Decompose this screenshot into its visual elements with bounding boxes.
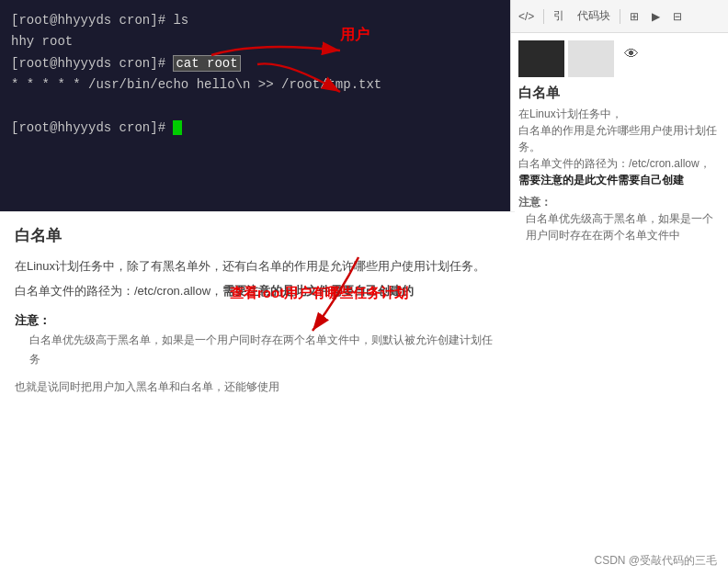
- terminal-output-1: hhy root: [11, 34, 73, 49]
- right-panel-text2: 白名单的作用是允许哪些用户使用计划任务。: [518, 122, 721, 155]
- toolbar-code-icon[interactable]: </>: [515, 8, 538, 25]
- toolbar-sep-2: [620, 9, 620, 24]
- main-note-label: 注意：: [15, 310, 500, 331]
- right-panel-note-item: 白名单优先级高于黑名单，如果是一个用户同时存在在两个名单文件中: [518, 210, 721, 243]
- image-placeholder-2: [568, 40, 614, 77]
- terminal-line-4: * * * * * /usr/bin/echo hello\n >> /root…: [11, 74, 504, 95]
- terminal-cursor: [173, 120, 182, 135]
- terminal-prompt-3: [root@hhyyyds cron]#: [11, 120, 173, 135]
- toolbar-sep-1: [543, 9, 544, 24]
- watermark: CSDN @受敲代码的三毛: [594, 553, 717, 569]
- image-placeholder-1: [518, 40, 564, 77]
- right-section-title: 白名单: [518, 85, 721, 102]
- main-para-2: 白名单文件的路径为：/etc/cron.allow，需要注意的是此文件需要自己创…: [15, 280, 500, 301]
- terminal-blank-line: [11, 96, 504, 117]
- main-note-section: 注意： 白名单优先级高于黑名单，如果是一个用户同时存在两个名单文件中，则默认被允…: [15, 310, 500, 368]
- terminal-prompt-2: [root@hhyyyds cron]#: [11, 56, 173, 71]
- toolbar-quote-icon[interactable]: 引: [550, 6, 568, 26]
- right-panel: </> 引 代码块 ⊞ ▶ ⊟ 👁 白名单 在Linux计划任务中， 白名单的作…: [510, 0, 728, 576]
- right-panel-text: 在Linux计划任务中，: [518, 106, 721, 122]
- terminal-line-3: [root@hhyyyds cron]# cat root: [11, 53, 504, 73]
- terminal-prompt-1: [root@hhyyyds cron]# ls: [11, 13, 188, 28]
- right-panel-note: 注意：: [518, 194, 721, 210]
- right-panel-content: 👁 白名单 在Linux计划任务中， 白名单的作用是允许哪些用户使用计划任务。 …: [511, 33, 728, 251]
- terminal-output-2: * * * * * /usr/bin/echo hello\n >> /root…: [11, 77, 381, 92]
- toolbar-video-icon[interactable]: ▶: [648, 8, 664, 25]
- eye-icon: 👁: [618, 40, 645, 68]
- main-para-1: 在Linux计划任务中，除了有黑名单外，还有白名单的作用是允许哪些用户使用计划任…: [15, 255, 500, 277]
- main-bottom-text: 也就是说同时把用户加入黑名单和白名单，还能够使用: [15, 378, 500, 396]
- toolbar-image-icon[interactable]: ⊞: [626, 8, 643, 25]
- toolbar-table-icon[interactable]: ⊟: [669, 8, 686, 25]
- main-note-item-1: 白名单优先级高于黑名单，如果是一个用户同时存在两个名单文件中，则默认被允许创建计…: [15, 331, 500, 368]
- terminal-window: [root@hhyyyds cron]# ls hhy root [root@h…: [0, 0, 515, 211]
- main-content: 白名单 在Linux计划任务中，除了有黑名单外，还有白名单的作用是允许哪些用户使…: [0, 211, 515, 576]
- terminal-cmd-highlight: cat root: [173, 55, 240, 72]
- terminal-line-2: hhy root: [11, 31, 504, 51]
- terminal-line-5: [root@hhyyyds cron]#: [11, 118, 504, 138]
- toolbar-codeblock-icon[interactable]: 代码块: [574, 6, 614, 26]
- main-section-title: 白名单: [15, 225, 500, 246]
- right-panel-text3: 白名单文件的路径为：/etc/cron.allow，需要注意的是此文件需要自己创…: [518, 155, 721, 188]
- terminal-line-1: [root@hhyyyds cron]# ls: [11, 10, 504, 30]
- right-image-area: 👁: [518, 40, 721, 77]
- right-panel-toolbar: </> 引 代码块 ⊞ ▶ ⊟: [511, 0, 728, 33]
